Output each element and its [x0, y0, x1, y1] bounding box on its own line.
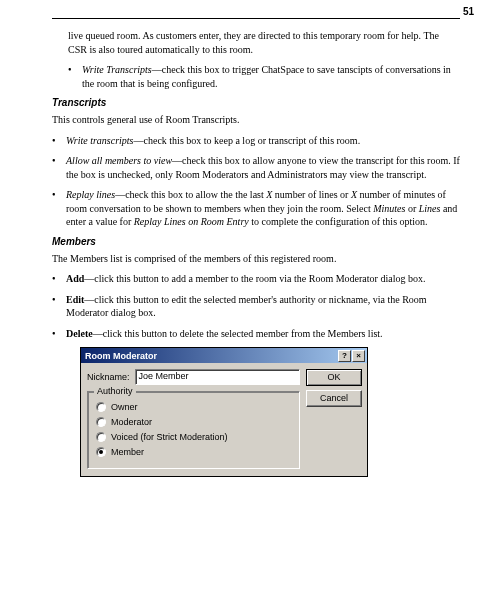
- text: —check this box to keep a log or transcr…: [134, 135, 361, 146]
- text: —check this box to allow the the last: [115, 189, 266, 200]
- radio-icon: [96, 402, 106, 412]
- subhead-transcripts: Transcripts: [52, 97, 460, 108]
- help-icon[interactable]: ?: [338, 350, 351, 362]
- bullet-add: Add—click this button to add a member to…: [52, 272, 460, 286]
- bullet-allow-all-members: Allow all members to view—check this box…: [52, 154, 460, 181]
- bullet-edit: Edit—click this button to edit the selec…: [52, 293, 460, 320]
- bullet-replay-lines: Replay lines—check this box to allow the…: [52, 188, 460, 229]
- radio-owner[interactable]: Owner: [96, 402, 291, 412]
- text: or: [405, 203, 418, 214]
- term-add: Add: [66, 273, 84, 284]
- term-lines: Lines: [419, 203, 441, 214]
- ok-button[interactable]: OK: [306, 369, 362, 386]
- radio-label: Owner: [111, 402, 138, 412]
- radio-icon: [96, 447, 106, 457]
- page-number: 51: [463, 6, 474, 17]
- term-minutes: Minutes: [373, 203, 405, 214]
- nickname-label: Nickname:: [87, 372, 130, 382]
- bullet-write-transcripts: Write transcripts—check this box to keep…: [52, 134, 460, 148]
- close-icon[interactable]: ×: [352, 350, 365, 362]
- dialog-titlebar[interactable]: Room Moderator ? ×: [81, 348, 367, 363]
- continuation-paragraph: live queued room. As customers enter, th…: [68, 29, 460, 56]
- text: —click this button to edit the selected …: [66, 294, 427, 319]
- cancel-button[interactable]: Cancel: [306, 390, 362, 407]
- bullet-write-transcripts-config: Write Transcripts—check this box to trig…: [68, 63, 460, 90]
- term-delete: Delete: [66, 328, 93, 339]
- text: number of lines or: [272, 189, 351, 200]
- radio-label: Member: [111, 447, 144, 457]
- radio-icon: [96, 432, 106, 442]
- subhead-members: Members: [52, 236, 460, 247]
- text: to complete the configuration of this op…: [249, 216, 428, 227]
- radio-label: Moderator: [111, 417, 152, 427]
- transcripts-intro: This controls general use of Room Transc…: [52, 113, 460, 127]
- term: Write transcripts: [66, 135, 134, 146]
- page-content: live queued room. As customers enter, th…: [0, 0, 500, 487]
- term-edit: Edit: [66, 294, 84, 305]
- radio-member[interactable]: Member: [96, 447, 291, 457]
- term-replay-entry: Replay Lines on Room Entry: [134, 216, 249, 227]
- radio-moderator[interactable]: Moderator: [96, 417, 291, 427]
- term: Allow all members to view: [66, 155, 172, 166]
- dialog-title: Room Moderator: [85, 351, 157, 361]
- nickname-field[interactable]: Joe Member: [135, 369, 300, 385]
- term: Replay lines: [66, 189, 115, 200]
- text: —click this button to delete the selecte…: [93, 328, 383, 339]
- room-moderator-dialog: Room Moderator ? × Nickname: Joe Member …: [80, 347, 368, 477]
- term-write-transcripts: Write Transcripts: [82, 64, 152, 75]
- bullet-delete: Delete—click this button to delete the s…: [52, 327, 460, 341]
- members-intro: The Members list is comprised of the mem…: [52, 252, 460, 266]
- authority-groupbox: Owner Moderator Voiced (for Strict Moder…: [87, 391, 300, 469]
- radio-voiced[interactable]: Voiced (for Strict Moderation): [96, 432, 291, 442]
- horizontal-rule: [52, 18, 460, 19]
- text: —click this button to add a member to th…: [84, 273, 425, 284]
- radio-icon: [96, 417, 106, 427]
- radio-label: Voiced (for Strict Moderation): [111, 432, 228, 442]
